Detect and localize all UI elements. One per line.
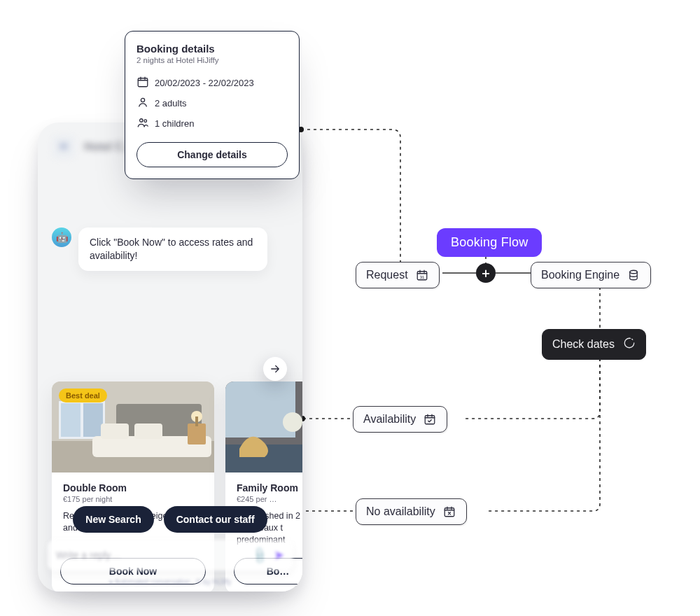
booking-engine-node[interactable]: Booking Engine [531,262,651,288]
person-icon [136,96,149,111]
svg-rect-13 [134,424,162,439]
brand-logo: H [52,135,76,159]
room-price: €175 per night [63,495,203,503]
svg-rect-29 [426,416,435,424]
room-name: Double Room [63,482,203,493]
add-node-button[interactable]: ＋ [476,263,496,283]
new-search-button[interactable]: New Search [73,506,153,533]
svg-rect-16 [195,416,198,426]
change-details-button[interactable]: Change details [136,142,288,167]
svg-rect-22 [138,78,148,87]
svg-rect-18 [225,382,295,438]
svg-point-24 [140,119,144,122]
check-dates-step[interactable]: Check dates [542,329,646,360]
attachment-icon[interactable]: 📎 [250,545,270,564]
request-node[interactable]: Request 31 [356,262,440,288]
svg-rect-30 [444,508,454,517]
footer-note: ● Automated conversation · © by HiJiffy [38,578,302,586]
node-label: Availability [363,413,416,426]
people-icon [136,116,149,131]
bot-message: Click "Book Now" to access rates and ava… [78,227,267,271]
svg-point-28 [630,270,638,274]
booking-details-subtitle: 2 nights at Hotel HiJiffy [136,56,288,64]
room-name: Family Room [237,482,302,493]
quick-actions-row: New Search Contact our staff [38,506,302,533]
bot-avatar-icon: 🤖 [52,227,71,247]
adults-value: 2 adults [155,98,187,108]
flow-title: Booking Flow [437,228,542,257]
dates-value: 20/02/2023 - 22/02/2023 [155,78,254,88]
calendar-date-icon: 31 [415,268,429,282]
database-icon [626,268,640,282]
booking-details-title: Booking details [136,43,288,55]
children-value: 1 children [155,118,194,129]
node-label: Booking Engine [541,269,620,281]
phone-preview: H Hotel C… 🤖 Click "Book Now" to access … [38,122,302,592]
children-row: 1 children [136,113,288,134]
svg-point-25 [144,120,147,122]
svg-rect-12 [101,424,129,439]
calendar-check-icon [423,412,437,426]
calendar-icon [136,76,149,90]
node-label: No availability [366,505,435,518]
svg-point-23 [141,98,144,102]
send-icon[interactable]: ➤ [274,547,284,563]
bot-message-row: 🤖 Click "Book Now" to access rates and a… [38,164,302,271]
node-label: Request [366,269,408,281]
svg-rect-14 [188,424,206,444]
svg-text:31: 31 [419,275,424,279]
step-label: Check dates [552,338,615,351]
svg-point-20 [283,412,302,432]
reply-bar[interactable]: Write a reply… 📎 ➤ [48,540,293,570]
calendar-x-icon [442,505,456,519]
adults-row: 2 adults [136,93,288,113]
contact-staff-button[interactable]: Contact our staff [164,506,267,533]
room-photo [225,382,302,472]
spinner-icon [623,337,636,352]
reply-placeholder: Write a reply… [56,550,246,561]
availability-node[interactable]: Availability [353,406,447,433]
dates-row: 20/02/2023 - 22/02/2023 [136,73,288,93]
best-deal-badge: Best deal [59,388,107,402]
scroll-right-button[interactable] [263,357,287,381]
room-price: €245 per … [237,495,302,503]
booking-details-card: Booking details 2 nights at Hotel HiJiff… [125,31,300,179]
svg-rect-9 [83,403,103,437]
no-availability-node[interactable]: No availability [356,498,467,525]
svg-rect-8 [61,403,80,437]
